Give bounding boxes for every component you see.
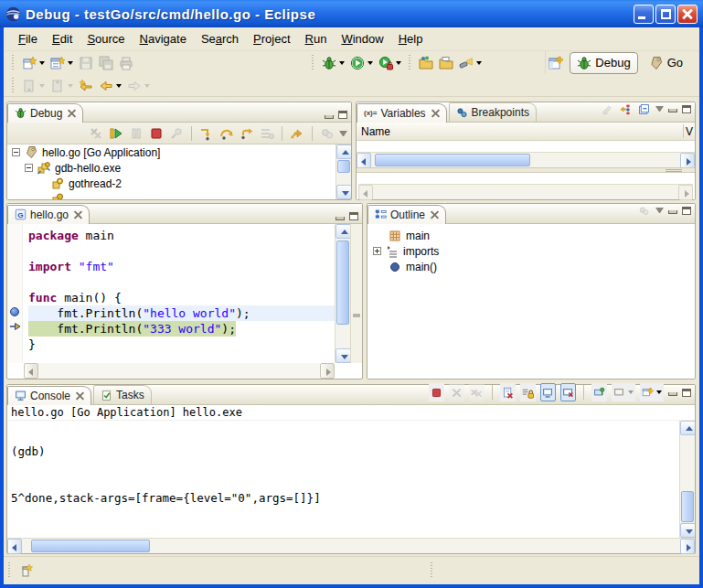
variables-hscrollbar[interactable] <box>357 152 695 167</box>
collapse-expander-icon[interactable] <box>12 148 20 156</box>
debug-tree-vscrollbar[interactable] <box>336 144 351 199</box>
open-resource-button[interactable] <box>436 53 456 73</box>
scroll-left-button[interactable] <box>24 363 38 379</box>
save-button[interactable] <box>76 53 96 73</box>
tab-hello-go[interactable]: G hello.go <box>7 205 90 224</box>
tab-tasks[interactable]: Tasks <box>93 385 152 404</box>
expand-expander-icon[interactable] <box>373 247 381 255</box>
console-vscrollbar[interactable] <box>679 421 695 538</box>
tree-row[interactable]: hello.go [Go Application] <box>7 144 351 160</box>
maximize-view-icon[interactable] <box>682 389 691 397</box>
tab-breakpoints[interactable]: Breakpoints <box>449 102 537 122</box>
show-type-names-button[interactable] <box>601 99 614 119</box>
scroll-left-button[interactable] <box>357 153 371 168</box>
tab-console[interactable]: Console <box>7 386 91 405</box>
menu-navigate[interactable]: Navigate <box>133 29 194 48</box>
tree-row-partial[interactable] <box>7 191 351 199</box>
view-menu-icon[interactable] <box>339 131 347 136</box>
outline-item-main[interactable]: main <box>367 228 695 243</box>
save-all-button[interactable] <box>96 53 116 73</box>
suspend-button[interactable] <box>128 123 144 144</box>
outline-item-main-func[interactable]: main() <box>367 259 695 274</box>
open-console-button[interactable] <box>640 383 664 401</box>
next-annotation-button[interactable] <box>19 76 48 96</box>
view-menu-icon[interactable] <box>655 208 664 213</box>
maximize-view-icon[interactable] <box>349 212 358 220</box>
minimize-view-icon[interactable] <box>668 392 677 396</box>
editor-vscrollbar[interactable] <box>335 224 350 363</box>
clear-console-button[interactable] <box>500 383 516 401</box>
menu-window[interactable]: Window <box>334 29 390 48</box>
step-into-button[interactable] <box>198 123 215 144</box>
scroll-right-button[interactable] <box>680 153 695 168</box>
run-launch-button[interactable] <box>347 53 376 73</box>
last-edit-location-button[interactable] <box>76 76 96 96</box>
menu-project[interactable]: Project <box>246 29 297 48</box>
tab-debug[interactable]: Debug <box>7 103 83 123</box>
new-project-button[interactable] <box>48 53 76 73</box>
variables-column-header[interactable]: Name V <box>357 123 695 141</box>
overview-ruler[interactable] <box>350 224 362 363</box>
scroll-up-button[interactable] <box>680 421 695 435</box>
minimize-button[interactable] <box>634 5 654 24</box>
annotation-marker[interactable] <box>353 314 360 317</box>
outline-sort-button[interactable] <box>637 200 651 220</box>
print-button[interactable] <box>116 53 136 73</box>
terminate-button[interactable] <box>148 123 165 144</box>
debug-launch-button[interactable] <box>319 53 347 73</box>
show-logical-structure-button[interactable] <box>619 99 633 119</box>
step-return-button[interactable] <box>239 123 255 144</box>
pin-console-button[interactable] <box>591 383 607 401</box>
column-divider[interactable] <box>683 124 684 138</box>
debug-view-extra-button[interactable] <box>319 123 336 144</box>
console-hscrollbar[interactable] <box>7 538 695 553</box>
show-stdout-button[interactable] <box>540 383 556 401</box>
close-button[interactable] <box>677 5 698 24</box>
close-icon[interactable] <box>68 109 76 117</box>
step-over-button[interactable] <box>218 123 235 144</box>
maximize-view-icon[interactable] <box>682 105 691 113</box>
display-selected-console-button[interactable] <box>612 383 635 401</box>
minimize-view-icon[interactable] <box>325 115 334 119</box>
menu-source[interactable]: Source <box>80 29 132 48</box>
menu-file[interactable]: File <box>11 29 45 48</box>
disconnect-button[interactable] <box>168 123 185 144</box>
scroll-down-button[interactable] <box>680 523 695 538</box>
editor-marker-bar[interactable] <box>7 224 23 363</box>
show-stderr-button[interactable] <box>560 383 576 401</box>
open-type-button[interactable] <box>416 53 436 73</box>
scroll-right-button[interactable] <box>680 539 695 554</box>
remove-terminated-button[interactable] <box>88 123 104 144</box>
scroll-lock-button[interactable] <box>520 383 536 401</box>
collapse-all-button[interactable] <box>637 99 651 119</box>
use-step-filters-button[interactable] <box>289 123 305 144</box>
variables-detail-splitter[interactable] <box>357 167 695 173</box>
forward-button[interactable] <box>124 76 153 96</box>
maximize-view-icon[interactable] <box>338 111 347 119</box>
console-terminate-button[interactable] <box>429 383 444 401</box>
scroll-down-button[interactable] <box>336 185 351 199</box>
maximize-view-icon[interactable] <box>682 207 691 215</box>
tab-outline[interactable]: Outline <box>367 205 446 224</box>
tree-row[interactable]: gothread-2 <box>7 176 351 191</box>
previous-annotation-button[interactable] <box>48 76 76 96</box>
minimize-view-icon[interactable] <box>668 210 677 214</box>
scroll-down-button[interactable] <box>336 348 351 363</box>
tree-row[interactable]: gdb-hello.exe <box>7 160 351 176</box>
breakpoint-icon[interactable] <box>10 307 19 316</box>
console-output[interactable]: (gdb) 5^done,stack-args=[frame={level="0… <box>7 421 679 538</box>
scroll-right-button[interactable] <box>320 363 335 379</box>
remove-all-launches-button[interactable] <box>469 383 485 401</box>
variables-detail-pane[interactable] <box>357 173 695 199</box>
open-perspective-button[interactable] <box>546 53 566 73</box>
close-icon[interactable] <box>431 109 440 117</box>
new-wizard-button[interactable] <box>19 53 48 73</box>
minimize-view-icon[interactable] <box>668 109 677 112</box>
remove-launch-button[interactable] <box>449 383 464 401</box>
minimize-view-icon[interactable] <box>336 217 345 220</box>
outline-item-imports[interactable]: imports <box>367 243 695 259</box>
maximize-button[interactable] <box>655 5 676 24</box>
menu-search[interactable]: Search <box>194 29 246 48</box>
close-icon[interactable] <box>431 210 439 219</box>
scroll-left-button[interactable] <box>7 539 22 554</box>
